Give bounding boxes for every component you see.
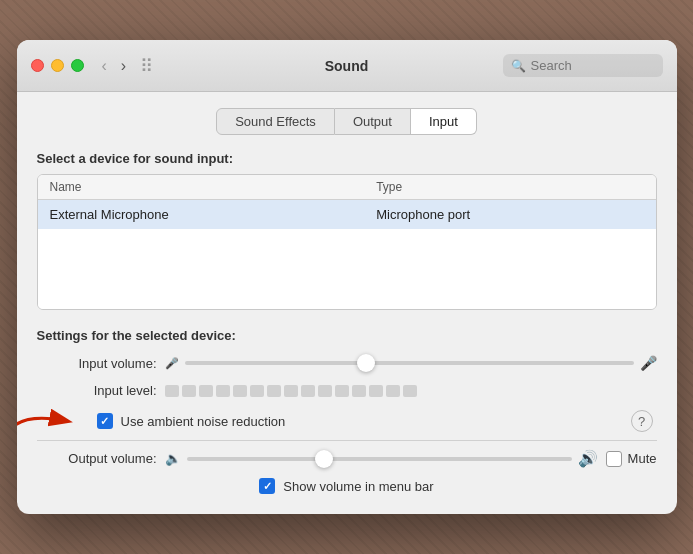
tab-bar: Sound Effects Output Input (37, 108, 657, 135)
titlebar: ‹ › ⠿ Sound 🔍 (17, 40, 677, 92)
level-bar-13 (369, 385, 383, 397)
divider (37, 440, 657, 441)
show-volume-row: Show volume in menu bar (37, 478, 657, 494)
level-bar-12 (352, 385, 366, 397)
level-bar-1 (165, 385, 179, 397)
mute-container: Mute (606, 451, 657, 467)
close-button[interactable] (31, 59, 44, 72)
vol-high-icon: 🔊 (578, 449, 598, 468)
traffic-lights (31, 59, 84, 72)
device-type-cell: Microphone port (376, 207, 643, 222)
device-section-label: Select a device for sound input: (37, 151, 657, 166)
main-window: ‹ › ⠿ Sound 🔍 Sound Effects Output Input… (17, 40, 677, 514)
output-volume-slider[interactable] (187, 457, 572, 461)
device-table: Name Type External Microphone Microphone… (37, 174, 657, 310)
level-bar-2 (182, 385, 196, 397)
level-bar-15 (403, 385, 417, 397)
tab-input[interactable]: Input (411, 108, 477, 135)
noise-reduction-checkbox[interactable] (97, 413, 113, 429)
minimize-button[interactable] (51, 59, 64, 72)
vol-low-icon: 🔈 (165, 451, 181, 466)
help-button[interactable]: ? (631, 410, 653, 432)
level-bar-5 (233, 385, 247, 397)
noise-reduction-label: Use ambient noise reduction (121, 414, 286, 429)
input-level-row: Input level: (37, 383, 657, 398)
level-bar-10 (318, 385, 332, 397)
maximize-button[interactable] (71, 59, 84, 72)
device-name-cell: External Microphone (50, 207, 377, 222)
output-volume-row: Output volume: 🔈 🔊 Mute (37, 449, 657, 468)
mic-low-icon: 🎤 (165, 357, 179, 370)
level-bar-8 (284, 385, 298, 397)
input-level-bars (165, 385, 657, 397)
settings-section: Settings for the selected device: Input … (37, 328, 657, 494)
table-header: Name Type (38, 175, 656, 200)
tab-output[interactable]: Output (335, 108, 411, 135)
back-button[interactable]: ‹ (98, 55, 111, 77)
mute-checkbox[interactable] (606, 451, 622, 467)
level-bar-14 (386, 385, 400, 397)
input-level-label: Input level: (47, 383, 157, 398)
show-volume-checkbox[interactable] (259, 478, 275, 494)
level-bar-6 (250, 385, 264, 397)
output-volume-label: Output volume: (47, 451, 157, 466)
show-volume-label: Show volume in menu bar (283, 479, 433, 494)
search-input[interactable] (531, 58, 655, 73)
level-bar-7 (267, 385, 281, 397)
search-icon: 🔍 (511, 59, 526, 73)
col-type-header: Type (376, 180, 643, 194)
window-title: Sound (325, 58, 369, 74)
level-bar-9 (301, 385, 315, 397)
input-volume-label: Input volume: (47, 356, 157, 371)
nav-buttons: ‹ › (98, 55, 131, 77)
input-volume-slider-container: 🎤 🎤 (165, 355, 657, 371)
input-volume-slider[interactable] (185, 361, 634, 365)
settings-section-label: Settings for the selected device: (37, 328, 657, 343)
content-area: Sound Effects Output Input Select a devi… (17, 92, 677, 514)
input-volume-row: Input volume: 🎤 🎤 (37, 355, 657, 371)
col-name-header: Name (50, 180, 377, 194)
mic-high-icon: 🎤 (640, 355, 657, 371)
output-volume-slider-container: 🔈 🔊 (165, 449, 598, 468)
level-bar-3 (199, 385, 213, 397)
level-bar-11 (335, 385, 349, 397)
red-arrow (17, 401, 87, 441)
mute-label: Mute (628, 451, 657, 466)
level-bar-4 (216, 385, 230, 397)
grid-icon: ⠿ (140, 55, 153, 77)
noise-reduction-row: Use ambient noise reduction ? (97, 410, 657, 432)
tab-sound-effects[interactable]: Sound Effects (216, 108, 335, 135)
search-box[interactable]: 🔍 (503, 54, 663, 77)
forward-button[interactable]: › (117, 55, 130, 77)
table-row[interactable]: External Microphone Microphone port (38, 200, 656, 229)
empty-table-area (38, 229, 656, 309)
